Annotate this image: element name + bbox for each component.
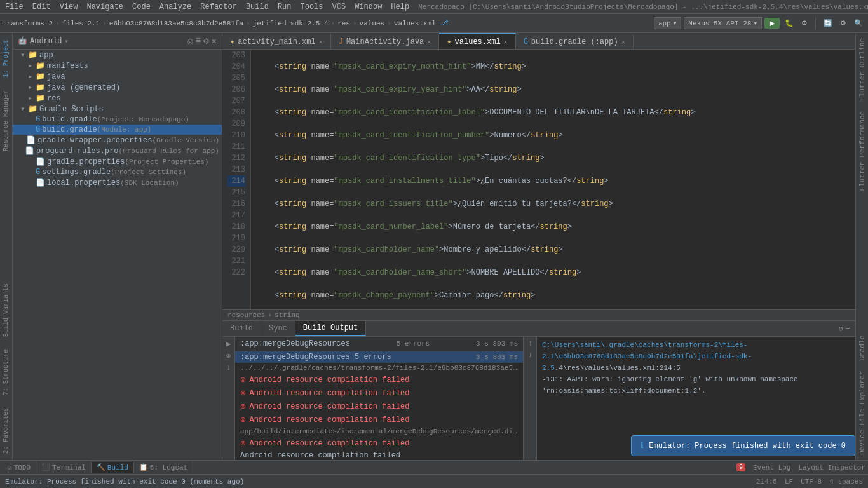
tab-activity-main-xml[interactable]: ✦ activity_main.xml ✕ [222, 33, 331, 49]
menu-analyze[interactable]: Analyze [159, 3, 191, 11]
tree-item-gradle-scripts[interactable]: ▾ 📁 Gradle Scripts [13, 104, 222, 114]
code-area[interactable]: 203204205206207 208209210211212 21321421… [222, 50, 855, 309]
sync-button[interactable]: 🔄 [821, 18, 835, 29]
menu-help[interactable]: Help [391, 3, 409, 11]
device-file-explorer-panel[interactable]: Device File Explorer [857, 366, 868, 460]
build-item-8[interactable]: Android resource compilation failed [235, 450, 523, 460]
tree-item-java-generated[interactable]: ▸ 📁 java (generated) [13, 82, 222, 93]
close-tab-values[interactable]: ✕ [504, 38, 508, 46]
tree-item-build-gradle-app[interactable]: G build.gradle (Module: app) [13, 125, 222, 135]
build-item-4[interactable]: ⊗ Android resource compilation failed [235, 400, 523, 413]
sidebar-close-icon[interactable]: ✕ [212, 36, 217, 46]
menu-run[interactable]: Run [278, 3, 292, 11]
collapse-all-icon[interactable]: ≡ [196, 36, 201, 46]
flutter-outline-panel[interactable]: Flutter Outline [857, 33, 868, 106]
terminal-tab[interactable]: ⬛ Terminal [36, 462, 92, 473]
menu-build[interactable]: Build [246, 3, 269, 11]
indent-settings[interactable]: 4 spaces [829, 478, 863, 485]
device-dropdown[interactable]: Nexus 5X API 28 ▾ [684, 17, 762, 29]
resource-manager-tab[interactable]: Resource Manager [1, 84, 11, 158]
sidebar-settings-icon[interactable]: ⚙ [203, 36, 208, 46]
build-item-6[interactable]: app/build/intermediates/incremental/merg… [235, 426, 523, 437]
build-item-5[interactable]: ⊗ Android resource compilation failed [235, 413, 523, 426]
build-tab-build[interactable]: Build [222, 321, 261, 336]
build-item-7[interactable]: ⊗ Android resource compilation failed [235, 437, 523, 450]
tree-item-gradle-wrapper[interactable]: 📄 gradle-wrapper.properties (Gradle Vers… [13, 135, 222, 146]
build-item-2[interactable]: ⊗ Android resource compilation failed [235, 373, 523, 386]
tab-values-xml[interactable]: ✦ values.xml ✕ [439, 33, 515, 49]
tab-mainactivity-java[interactable]: J MainActivity.java ✕ [331, 34, 440, 49]
build-item-3[interactable]: ⊗ Android resource compilation failed [235, 386, 523, 400]
tree-item-gradle-properties[interactable]: 📄 gradle.properties (Project Properties) [13, 156, 222, 167]
menu-tools[interactable]: Tools [301, 3, 323, 11]
build-item-0[interactable]: :app:mergeDebugResources 5 errors 3 s 80… [235, 351, 523, 363]
event-log-badge[interactable]: 9 [736, 463, 745, 471]
build-variants-tab[interactable]: Build Variants [1, 277, 11, 343]
structure-tab[interactable]: 7: Structure [1, 343, 11, 402]
menu-navigate[interactable]: Navigate [86, 3, 123, 11]
breadcrumb-jetified[interactable]: jetified-sdk-2.5.4 [253, 20, 329, 27]
code-content[interactable]: <string name="mpsdk_card_expiry_month_hi… [251, 50, 855, 309]
build-left-scroll-icon[interactable]: ↓ [226, 363, 231, 372]
close-tab-mainactivity[interactable]: ✕ [427, 38, 431, 46]
menu-edit[interactable]: Edit [32, 3, 51, 11]
encoding[interactable]: UTF-8 [801, 478, 822, 485]
sidebar-dropdown-icon[interactable]: ▾ [64, 37, 68, 45]
breadcrumb-files21[interactable]: files-2.1 [62, 20, 100, 27]
build-right-down-icon[interactable]: ↓ [528, 351, 532, 360]
tree-item-app[interactable]: ▾ 📁 app [13, 50, 222, 60]
breadcrumb-hash[interactable]: e6bb03c8768d183ae5c8c0b7d2e581fa [109, 20, 243, 27]
breadcrumb-values[interactable]: values [360, 20, 385, 27]
build-left-run-icon[interactable]: ▶ [226, 339, 231, 349]
tab-build-gradle[interactable]: G build.gradle (:app) ✕ [516, 34, 634, 49]
project-tab[interactable]: 1: Project [1, 33, 11, 84]
build-panel-close-icon[interactable]: — [846, 324, 850, 333]
locate-icon[interactable]: ◎ [187, 36, 193, 46]
logcat-tab[interactable]: 📋 6: Logcat [134, 462, 193, 473]
settings-button[interactable]: ⚙ [837, 18, 849, 29]
build-panel-settings-icon[interactable]: ⚙ [839, 324, 843, 334]
layout-inspector-label[interactable]: Layout Inspector [798, 464, 865, 471]
line-separator[interactable]: LF [785, 478, 793, 485]
breadcrumb-transforms2[interactable]: transforms-2 [3, 20, 53, 27]
build-tab-output[interactable]: Build Output [295, 321, 366, 336]
attach-button[interactable]: ⚙ [799, 18, 810, 29]
tree-item-settings-gradle[interactable]: G settings.gradle (Project Settings) [13, 167, 222, 177]
todo-tab[interactable]: ☑ TODO [3, 462, 36, 473]
menu-code[interactable]: Code [132, 3, 151, 11]
menu-refactor[interactable]: Refactor [200, 3, 237, 11]
build-output-path: C:\Users\santi\.gradle\caches\transforms… [542, 339, 850, 374]
menu-window[interactable]: Window [355, 3, 382, 11]
breadcrumb-resources[interactable]: resources [227, 311, 265, 319]
menu-view[interactable]: View [60, 3, 78, 11]
flutter-performance-panel[interactable]: Flutter Performance [857, 106, 868, 196]
close-tab-activity[interactable]: ✕ [319, 38, 323, 46]
build-item-1[interactable]: ../../../.gradle/caches/transforms-2/fil… [235, 363, 523, 373]
event-log-label[interactable]: Event Log [753, 464, 790, 471]
menu-vcs[interactable]: VCS [332, 3, 346, 11]
line-numbers: 203204205206207 208209210211212 21321421… [222, 50, 251, 309]
tree-item-build-gradle-project[interactable]: G build.gradle (Project: Mercadopago) [13, 114, 222, 125]
tab-values-icon: ✦ [447, 37, 451, 46]
search-everywhere-button[interactable]: 🔍 [851, 18, 865, 29]
cursor-position[interactable]: 214:5 [756, 478, 777, 485]
tree-item-proguard[interactable]: 📄 proguard-rules.pro (ProGuard Rules for… [13, 146, 222, 156]
run-button[interactable]: ▶ [764, 18, 780, 29]
build-right-up-icon[interactable]: ↑ [528, 339, 532, 348]
tree-item-local-properties[interactable]: 📄 local.properties (SDK Location) [13, 177, 222, 188]
build-tab-sync[interactable]: Sync [261, 321, 295, 336]
breadcrumb-file[interactable]: values.xml [394, 20, 436, 27]
tree-item-manifests[interactable]: ▸ 📁 manifests [13, 60, 222, 71]
build-left-filter-icon[interactable]: ⊕ [226, 351, 231, 361]
breadcrumb-res[interactable]: res [337, 20, 350, 27]
gradle-panel[interactable]: Gradle [857, 330, 868, 366]
build-bottom-tab[interactable]: 🔨 Build [92, 462, 134, 473]
favorites-tab[interactable]: 2: Favorites [1, 402, 11, 460]
close-tab-build-gradle[interactable]: ✕ [621, 38, 625, 46]
tree-item-java[interactable]: ▸ 📁 java [13, 71, 222, 82]
breadcrumb-string[interactable]: string [275, 311, 300, 319]
app-dropdown[interactable]: app ▾ [654, 17, 681, 29]
menu-file[interactable]: File [5, 3, 24, 11]
tree-item-res[interactable]: ▸ 📁 res [13, 93, 222, 104]
debug-button[interactable]: 🐛 [782, 18, 796, 29]
